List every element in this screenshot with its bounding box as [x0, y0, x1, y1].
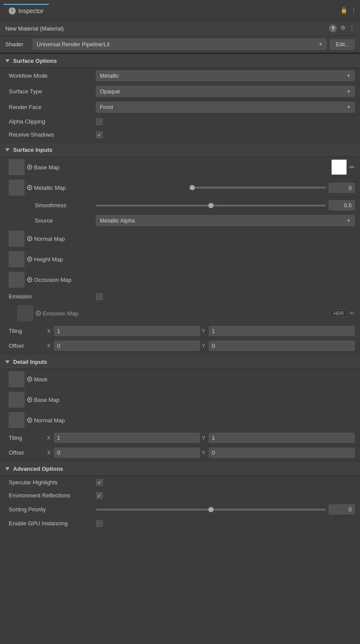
sorting-priority-slider-track[interactable]: [96, 509, 326, 510]
sorting-priority-slider-thumb[interactable]: [208, 507, 214, 512]
metallic-slider-thumb[interactable]: [190, 185, 195, 190]
base-map-color-swatch[interactable]: [331, 159, 347, 175]
height-map-thumb[interactable]: [9, 251, 24, 267]
detail-offset-y-label: Y: [202, 450, 207, 456]
advanced-options-header[interactable]: Advanced Options: [0, 462, 360, 476]
offset-y-label: Y: [202, 343, 207, 349]
smoothness-label: Smoothness: [9, 202, 96, 209]
specular-highlights-control: ✓: [96, 479, 355, 486]
offset-y-field[interactable]: [209, 341, 355, 351]
hdr-button[interactable]: HDR: [330, 309, 347, 317]
source-label: Source: [9, 217, 96, 224]
gpu-instancing-row: Enable GPU Instancing: [0, 517, 360, 530]
tiling-label: Tiling: [9, 328, 44, 334]
render-face-row: Render Face Front ▼: [0, 99, 360, 115]
smoothness-value-field[interactable]: [329, 200, 355, 210]
detail-normal-map-thumb[interactable]: [9, 412, 24, 428]
detail-inputs-header[interactable]: Detail Inputs: [0, 355, 360, 369]
info-icon: i: [9, 7, 16, 14]
help-icon[interactable]: ?: [329, 24, 337, 32]
material-row: New Material (Material) ? ⚙ ⋮: [0, 21, 360, 36]
occlusion-map-circle-icon: [27, 277, 32, 282]
emission-control: [96, 293, 355, 300]
detail-normal-map-label: Normal Map: [27, 417, 355, 424]
base-map-eyedropper[interactable]: ✏: [350, 164, 355, 171]
detail-tiling-y-field[interactable]: [209, 433, 355, 443]
specular-highlights-checkbox[interactable]: ✓: [96, 479, 103, 486]
shader-row: Shader Universal Render Pipeline/Lit ▼ E…: [0, 36, 360, 53]
material-menu-icon[interactable]: ⋮: [349, 24, 355, 32]
settings-icon[interactable]: ⚙: [340, 24, 346, 32]
workflow-mode-dropdown[interactable]: Metallic ▼: [96, 70, 355, 81]
metallic-map-thumb[interactable]: [9, 180, 24, 195]
tiling-y-label: Y: [202, 328, 207, 334]
emission-map-thumb[interactable]: [17, 305, 33, 321]
render-face-control: Front ▼: [96, 102, 355, 113]
detail-mask-thumb[interactable]: [9, 371, 24, 387]
detail-mask-label: Mask: [27, 376, 355, 383]
detail-offset-x-field[interactable]: [54, 448, 200, 458]
metallic-slider-track[interactable]: [192, 187, 326, 188]
height-map-row: Height Map: [0, 249, 360, 270]
edit-button[interactable]: Edit...: [330, 39, 355, 50]
environment-reflections-checkbox[interactable]: ✓: [96, 492, 103, 499]
smoothness-slider-thumb[interactable]: [208, 203, 214, 208]
normal-map-thumb[interactable]: [9, 231, 24, 247]
alpha-clipping-checkbox[interactable]: [96, 118, 103, 125]
metallic-map-circle-icon: [27, 185, 32, 190]
detail-offset-xy-group: X Y: [47, 448, 355, 458]
detail-base-map-circle-icon: [27, 397, 32, 402]
smoothness-slider-track[interactable]: [96, 205, 326, 206]
surface-type-dropdown[interactable]: Opaque ▼: [96, 86, 355, 97]
source-value: Metallic Alpha: [100, 217, 135, 224]
gpu-instancing-checkbox[interactable]: [96, 520, 103, 527]
base-map-label: Base Map: [27, 164, 329, 171]
detail-base-map-thumb[interactable]: [9, 392, 24, 408]
height-map-label: Height Map: [27, 256, 355, 263]
render-face-dropdown[interactable]: Front ▼: [96, 102, 355, 113]
emission-map-circle-icon: [36, 311, 41, 316]
shader-dropdown-arrow: ▼: [318, 42, 323, 47]
alpha-clipping-label: Alpha Clipping: [9, 118, 96, 125]
detail-inputs-title: Detail Inputs: [13, 359, 47, 365]
lock-icon[interactable]: 🔒: [340, 7, 347, 14]
tiling-xy-group: X Y: [47, 326, 355, 336]
environment-reflections-row: Environment Reflections ✓: [0, 489, 360, 502]
source-row: Source Metallic Alpha ▼: [0, 213, 360, 229]
tiling-x-field[interactable]: [54, 326, 200, 336]
receive-shadows-checkbox[interactable]: ✓: [96, 131, 103, 138]
base-map-row: Base Map ✏: [0, 157, 360, 178]
inspector-title: Inspector: [18, 7, 44, 14]
gpu-instancing-label: Enable GPU Instancing: [9, 520, 96, 527]
offset-row: Offset X Y: [0, 339, 360, 353]
base-map-thumb[interactable]: [9, 159, 24, 175]
detail-normal-map-row: Normal Map: [0, 410, 360, 431]
specular-highlights-label: Specular Highlights: [9, 479, 96, 486]
shader-dropdown[interactable]: Universal Render Pipeline/Lit ▼: [33, 39, 326, 50]
tiling-row: Tiling X Y: [0, 324, 360, 339]
menu-icon[interactable]: ⋮: [351, 7, 357, 14]
surface-options-header[interactable]: Surface Options: [0, 54, 360, 68]
specular-highlights-row: Specular Highlights ✓: [0, 476, 360, 489]
sorting-priority-row: Sorting Priority: [0, 502, 360, 517]
occlusion-map-thumb[interactable]: [9, 272, 24, 288]
emission-eyedropper[interactable]: ✏: [350, 310, 355, 317]
source-dropdown[interactable]: Metallic Alpha ▼: [96, 215, 355, 226]
detail-tiling-row: Tiling X Y: [0, 431, 360, 445]
advanced-options-content: Specular Highlights ✓ Environment Reflec…: [0, 476, 360, 530]
surface-inputs-header[interactable]: Surface Inputs: [0, 143, 360, 157]
metallic-slider-container: [192, 183, 355, 193]
detail-tiling-label: Tiling: [9, 435, 44, 441]
surface-type-label: Surface Type: [9, 88, 96, 95]
sorting-priority-value-field[interactable]: [329, 504, 355, 514]
inspector-tab[interactable]: i Inspector: [3, 4, 49, 17]
surface-type-row: Surface Type Opaque ▼: [0, 84, 360, 99]
tiling-y-field[interactable]: [209, 326, 355, 336]
sorting-priority-slider-container: [96, 504, 355, 514]
surface-options-title: Surface Options: [13, 58, 57, 64]
detail-offset-y-field[interactable]: [209, 448, 355, 458]
metallic-value-field[interactable]: [329, 183, 355, 193]
emission-checkbox[interactable]: [96, 293, 103, 300]
detail-tiling-x-field[interactable]: [54, 433, 200, 443]
offset-x-field[interactable]: [54, 341, 200, 351]
